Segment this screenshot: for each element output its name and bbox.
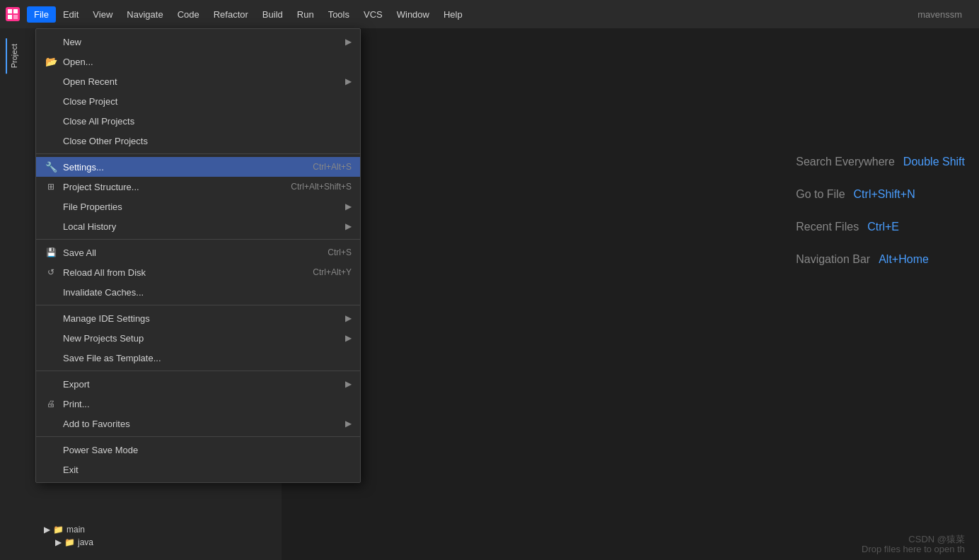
menu-item-project-structure-label: Project Structure... [63,182,277,192]
menu-item-new-projects-setup[interactable]: New Projects Setup ▶ [36,328,360,348]
exit-icon [45,463,57,476]
sidebar-tab-project[interactable]: Project [6,38,21,74]
project-title: mavenssm [917,9,976,20]
menu-item-save-all[interactable]: 💾 Save All Ctrl+S [36,243,360,262]
open-icon: 📂 [45,55,57,68]
menu-item-export[interactable]: Export ▶ [36,374,360,394]
menu-item-save-all-label: Save All [63,247,313,258]
menu-window[interactable]: Window [390,6,436,23]
file-tree-label-main: main [66,525,85,535]
menu-item-save-template-label: Save File as Template... [63,353,352,363]
new-arrow-icon: ▶ [345,37,352,47]
menu-build[interactable]: Build [255,6,290,23]
menu-item-settings[interactable]: 🔧 Settings... Ctrl+Alt+S [36,157,360,177]
menu-item-manage-ide-label: Manage IDE Settings [63,313,340,324]
menu-item-close-all-projects[interactable]: Close All Projects [36,111,360,131]
add-favorites-icon [45,417,57,430]
menu-item-close-project-label: Close Project [63,96,352,107]
menu-file[interactable]: File [27,6,56,23]
menu-item-close-all-projects-label: Close All Projects [63,116,352,127]
file-tree-item-java[interactable]: ▶ 📁 java [27,536,282,549]
expand-icon-java: ▶ [55,537,62,547]
menu-item-exit[interactable]: Exit [36,460,360,479]
menu-item-open-recent-label: Open Recent [63,76,340,87]
menu-item-open[interactable]: 📂 Open... [36,52,360,71]
file-dropdown-menu: New ▶ 📂 Open... Open Recent ▶ Close Proj… [35,28,361,483]
hint-shortcut-search: Double Shift [903,156,965,168]
menu-vcs[interactable]: VCS [357,6,390,23]
menu-help[interactable]: Help [436,6,470,23]
menu-item-new[interactable]: New ▶ [36,32,360,52]
settings-icon: 🔧 [45,161,57,173]
close-other-icon [45,134,57,147]
save-all-shortcut: Ctrl+S [328,247,352,257]
menu-tools[interactable]: Tools [321,6,357,23]
menu-item-print[interactable]: 🖨 Print... [36,394,360,414]
hint-label-recent: Recent Files [796,221,859,233]
separator-3 [36,305,360,305]
local-history-arrow: ▶ [345,221,352,231]
hint-label-nav: Navigation Bar [796,253,870,266]
menu-item-close-project[interactable]: Close Project [36,91,360,111]
menu-item-print-label: Print... [63,399,352,409]
save-all-icon: 💾 [45,246,57,259]
reload-icon: ↺ [45,266,57,279]
hint-area: Search Everywhere Double Shift Go to Fil… [782,141,979,300]
menu-run[interactable]: Run [290,6,321,23]
menu-item-open-label: Open... [63,57,352,67]
close-project-icon [45,95,57,107]
menu-item-add-favorites[interactable]: Add to Favorites ▶ [36,414,360,433]
menu-item-open-recent[interactable]: Open Recent ▶ [36,71,360,91]
project-structure-icon: ⊞ [45,180,57,193]
menu-item-file-properties[interactable]: File Properties ▶ [36,197,360,216]
hint-shortcut-recent: Ctrl+E [867,221,899,233]
power-save-icon [45,443,57,456]
close-all-projects-icon [45,115,57,127]
menu-item-power-save[interactable]: Power Save Mode [36,440,360,460]
app-logo [3,4,23,24]
manage-ide-icon [45,312,57,325]
menu-item-close-other-label: Close Other Projects [63,136,352,146]
invalidate-icon [45,286,57,298]
file-properties-icon [45,200,57,213]
export-arrow: ▶ [345,379,352,389]
hint-row-search: Search Everywhere Double Shift [796,156,965,168]
menu-item-reload[interactable]: ↺ Reload All from Disk Ctrl+Alt+Y [36,262,360,282]
menu-item-local-history[interactable]: Local History ▶ [36,216,360,236]
menu-item-save-template[interactable]: Save File as Template... [36,348,360,368]
file-tree-item-main[interactable]: ▶ 📁 main [27,523,282,536]
separator-2 [36,239,360,240]
hint-row-nav: Navigation Bar Alt+Home [796,253,965,266]
drop-hint: Drop files here to open th [862,544,965,554]
new-projects-arrow: ▶ [345,333,352,343]
menu-item-file-properties-label: File Properties [63,202,340,212]
menu-item-close-other-projects[interactable]: Close Other Projects [36,131,360,151]
menu-item-invalidate[interactable]: Invalidate Caches... [36,282,360,302]
save-template-icon [45,351,57,364]
svg-rect-1 [8,9,12,13]
menu-refactor[interactable]: Refactor [207,6,255,23]
file-properties-arrow: ▶ [345,202,352,211]
settings-shortcut: Ctrl+Alt+S [313,162,352,172]
open-recent-arrow-icon: ▶ [345,76,352,86]
menu-code[interactable]: Code [170,6,207,23]
separator-4 [36,371,360,371]
open-recent-icon [45,75,57,88]
folder-icon-java: 📁 [64,537,75,547]
expand-icon: ▶ [44,525,50,535]
menu-edit[interactable]: Edit [56,6,86,23]
reload-shortcut: Ctrl+Alt+Y [313,267,352,277]
menu-item-power-save-label: Power Save Mode [63,445,352,455]
sidebar: Project [0,28,27,560]
folder-icon: 📁 [53,525,64,535]
hint-label-search: Search Everywhere [796,156,895,168]
menu-item-manage-ide[interactable]: Manage IDE Settings ▶ [36,308,360,328]
menu-item-project-structure[interactable]: ⊞ Project Structure... Ctrl+Alt+Shift+S [36,177,360,197]
project-structure-shortcut: Ctrl+Alt+Shift+S [291,182,352,192]
hint-row-goto: Go to File Ctrl+Shift+N [796,188,965,201]
manage-ide-arrow: ▶ [345,313,352,323]
menu-navigate[interactable]: Navigate [120,6,170,23]
menu-view[interactable]: View [86,6,120,23]
add-favorites-arrow: ▶ [345,419,352,428]
new-icon [45,35,57,48]
